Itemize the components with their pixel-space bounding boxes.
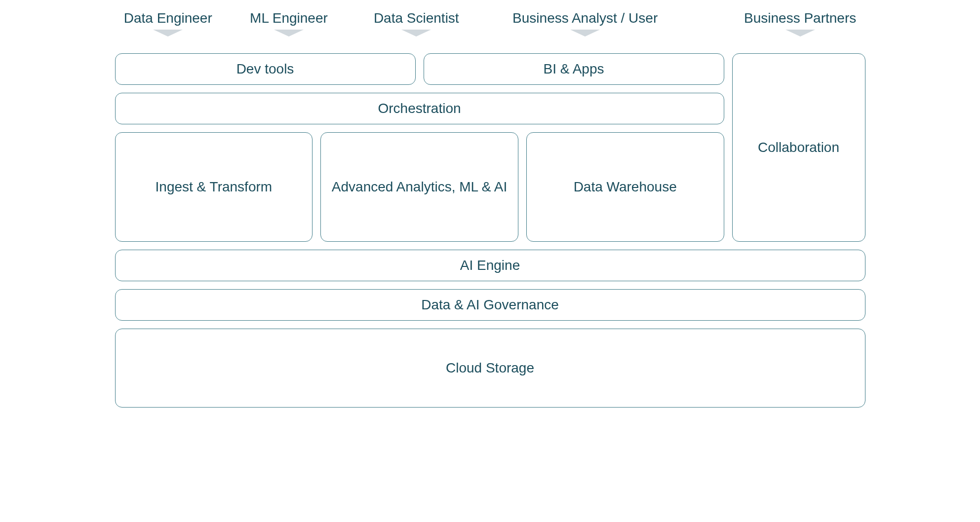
role-label: Data Engineer xyxy=(124,10,212,27)
top-tools-row: Dev tools BI & Apps xyxy=(115,53,724,85)
box-ai-engine: AI Engine xyxy=(115,250,865,281)
architecture-diagram: Data Engineer ML Engineer Data Scientist… xyxy=(115,10,865,408)
arrow-down-icon xyxy=(785,30,815,37)
box-ingest-transform: Ingest & Transform xyxy=(115,132,313,242)
box-cloud-storage: Cloud Storage xyxy=(115,329,865,408)
foundation-rows: AI Engine Data & AI Governance Cloud Sto… xyxy=(115,250,865,408)
box-advanced-analytics: Advanced Analytics, ML & AI xyxy=(320,132,518,242)
role-data-engineer: Data Engineer xyxy=(124,10,212,37)
main-grid: Dev tools BI & Apps Orchestration Ingest… xyxy=(115,53,865,242)
box-bi-apps: BI & Apps xyxy=(424,53,724,85)
role-data-scientist: Data Scientist xyxy=(374,10,459,37)
box-collaboration: Collaboration xyxy=(732,53,865,242)
role-business-analyst: Business Analyst / User xyxy=(512,10,658,37)
box-governance: Data & AI Governance xyxy=(115,289,865,321)
box-dev-tools: Dev tools xyxy=(115,53,416,85)
role-business-partners: Business Partners xyxy=(744,10,856,37)
main-left-column: Dev tools BI & Apps Orchestration Ingest… xyxy=(115,53,724,242)
arrow-down-icon xyxy=(153,30,183,37)
collaboration-column: Collaboration xyxy=(732,53,865,242)
roles-row: Data Engineer ML Engineer Data Scientist… xyxy=(115,10,865,49)
role-label: Business Analyst / User xyxy=(512,10,658,27)
arrow-down-icon xyxy=(401,30,431,37)
role-ml-engineer: ML Engineer xyxy=(250,10,328,37)
role-label: Data Scientist xyxy=(374,10,459,27)
box-data-warehouse: Data Warehouse xyxy=(526,132,724,242)
role-label: Business Partners xyxy=(744,10,856,27)
arrow-down-icon xyxy=(570,30,600,37)
role-label: ML Engineer xyxy=(250,10,328,27)
box-orchestration: Orchestration xyxy=(115,93,724,124)
arrow-down-icon xyxy=(274,30,304,37)
middle-platform-row: Ingest & Transform Advanced Analytics, M… xyxy=(115,132,724,242)
